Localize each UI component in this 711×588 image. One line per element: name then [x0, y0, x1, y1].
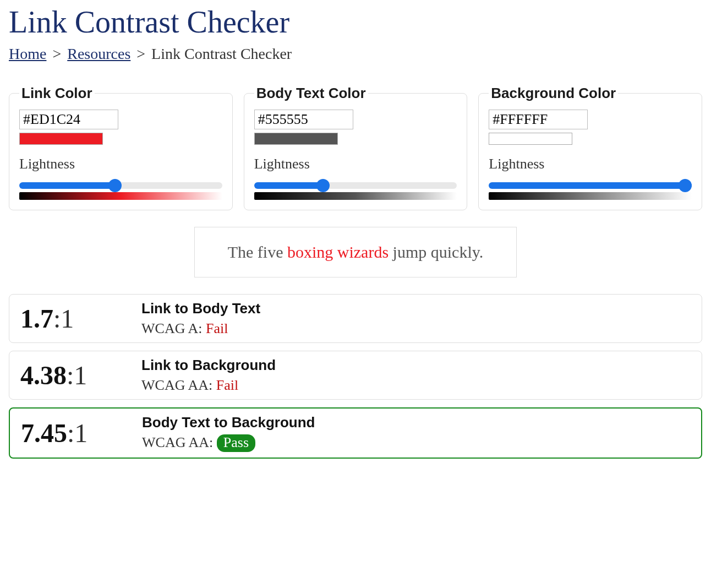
link-color-panel: Link Color Lightness	[9, 85, 233, 210]
body-text-lightness-label: Lightness	[254, 156, 457, 172]
wcag-line: WCAG AA: Pass	[142, 434, 315, 452]
contrast-ratio-value: 1.7	[20, 304, 53, 333]
contrast-ratio-suffix: :1	[53, 304, 74, 333]
background-lightness-slider[interactable]	[489, 182, 692, 189]
breadcrumb-separator: >	[136, 45, 145, 62]
wcag-label: WCAG AA:	[141, 377, 216, 393]
result-row: 7.45:1Body Text to BackgroundWCAG AA: Pa…	[9, 407, 702, 459]
sample-link[interactable]: boxing wizards	[287, 243, 389, 261]
result-title: Link to Background	[141, 357, 276, 374]
result-row: 1.7:1Link to Body TextWCAG A: Fail	[9, 294, 702, 343]
background-lightness-gradient	[489, 192, 692, 200]
result-title: Link to Body Text	[141, 300, 260, 317]
breadcrumb: Home > Resources > Link Contrast Checker	[9, 45, 702, 63]
contrast-ratio: 1.7:1	[20, 303, 130, 334]
wcag-line: WCAG AA: Fail	[141, 377, 276, 394]
background-lightness-label: Lightness	[489, 156, 692, 172]
body-text-color-swatch[interactable]	[254, 133, 338, 145]
body-text-color-panel: Body Text Color Lightness	[244, 85, 468, 210]
result-title: Body Text to Background	[142, 414, 315, 431]
body-text-color-legend: Body Text Color	[254, 85, 368, 102]
body-text-lightness-slider[interactable]	[254, 182, 457, 189]
result-body: Link to BackgroundWCAG AA: Fail	[141, 357, 276, 394]
body-text-lightness-gradient	[254, 192, 457, 200]
breadcrumb-home-link[interactable]: Home	[9, 45, 46, 62]
result-body: Link to Body TextWCAG A: Fail	[141, 300, 260, 337]
color-panels: Link Color Lightness Body Text Color Lig…	[9, 85, 702, 210]
wcag-label: WCAG AA:	[142, 434, 217, 450]
link-color-input[interactable]	[19, 110, 118, 129]
breadcrumb-separator: >	[52, 45, 61, 62]
link-lightness-label: Lightness	[19, 156, 222, 172]
background-color-panel: Background Color Lightness	[478, 85, 702, 210]
wcag-line: WCAG A: Fail	[141, 320, 260, 337]
result-row: 4.38:1Link to BackgroundWCAG AA: Fail	[9, 351, 702, 400]
contrast-ratio-value: 7.45	[21, 418, 67, 448]
status-fail: Fail	[206, 320, 228, 336]
contrast-ratio-suffix: :1	[67, 361, 87, 390]
link-lightness-slider[interactable]	[19, 182, 222, 189]
link-color-legend: Link Color	[19, 85, 95, 102]
link-color-swatch[interactable]	[19, 133, 103, 145]
breadcrumb-current: Link Contrast Checker	[151, 45, 292, 62]
wcag-label: WCAG A:	[141, 320, 206, 336]
sample-text-pre: The five	[228, 243, 287, 261]
link-lightness-gradient	[19, 192, 222, 200]
contrast-ratio: 4.38:1	[20, 360, 130, 390]
page-title: Link Contrast Checker	[9, 4, 702, 40]
status-fail: Fail	[216, 377, 238, 393]
background-color-legend: Background Color	[489, 85, 618, 102]
background-color-swatch[interactable]	[489, 133, 572, 145]
sample-preview: The five boxing wizards jump quickly.	[194, 227, 517, 277]
contrast-ratio-value: 4.38	[20, 361, 67, 390]
status-pass-badge: Pass	[217, 434, 255, 452]
results-list: 1.7:1Link to Body TextWCAG A: Fail4.38:1…	[9, 294, 702, 459]
background-color-input[interactable]	[489, 110, 588, 129]
contrast-ratio: 7.45:1	[21, 418, 131, 448]
contrast-ratio-suffix: :1	[67, 418, 87, 448]
sample-preview-container: The five boxing wizards jump quickly.	[9, 227, 702, 277]
sample-text-post: jump quickly.	[389, 243, 483, 261]
breadcrumb-resources-link[interactable]: Resources	[67, 45, 130, 62]
body-text-color-input[interactable]	[254, 110, 353, 129]
result-body: Body Text to BackgroundWCAG AA: Pass	[142, 414, 315, 452]
